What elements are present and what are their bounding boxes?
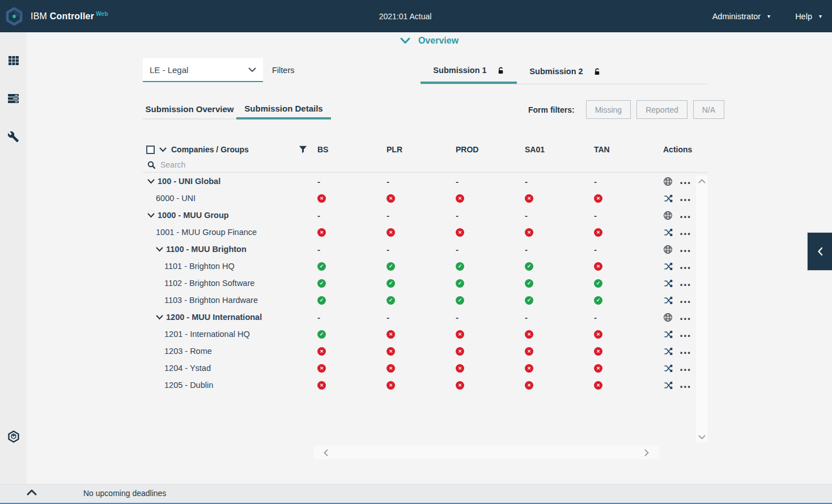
sidebar-item-maintenance[interactable] xyxy=(0,124,27,149)
globe-icon[interactable] xyxy=(663,313,673,322)
status-cell[interactable] xyxy=(375,309,444,326)
status-cell[interactable] xyxy=(444,207,513,224)
status-cell[interactable] xyxy=(583,173,652,190)
flow-icon[interactable] xyxy=(663,364,673,373)
table-row[interactable]: 1102 - Brighton Software xyxy=(143,275,707,292)
status-cell[interactable] xyxy=(306,309,375,326)
status-cell[interactable] xyxy=(583,241,652,258)
scroll-up-icon[interactable] xyxy=(698,179,706,183)
administrator-menu[interactable]: Administrator ▾ xyxy=(712,12,770,21)
status-cell[interactable] xyxy=(444,173,513,190)
table-row[interactable]: 1103 - Brighton Hardware xyxy=(143,292,707,309)
table-row[interactable]: 100 - UNI Global xyxy=(143,173,707,190)
status-cell[interactable] xyxy=(306,224,375,241)
status-cell[interactable] xyxy=(306,360,375,377)
flow-icon[interactable] xyxy=(663,194,673,203)
status-cell[interactable] xyxy=(444,224,513,241)
status-cell[interactable] xyxy=(513,275,583,292)
status-cell[interactable] xyxy=(306,207,375,224)
vertical-scrollbar[interactable] xyxy=(696,176,707,443)
table-row[interactable]: 1101 - Brighton HQ xyxy=(143,258,707,275)
status-cell[interactable] xyxy=(444,360,513,377)
scroll-right-icon[interactable] xyxy=(644,449,649,456)
table-row[interactable]: 1000 - MUU Group xyxy=(143,207,707,224)
status-cell[interactable] xyxy=(583,190,652,207)
status-cell[interactable] xyxy=(375,275,444,292)
globe-icon[interactable] xyxy=(663,177,673,186)
status-cell[interactable] xyxy=(306,173,375,190)
tab-submission-details[interactable]: Submission Details xyxy=(236,99,331,119)
sidebar-item-journals[interactable] xyxy=(0,86,27,111)
status-cell[interactable] xyxy=(513,360,583,377)
scroll-down-icon[interactable] xyxy=(698,435,706,439)
status-cell[interactable] xyxy=(306,377,375,394)
status-cell[interactable] xyxy=(375,326,444,343)
status-cell[interactable] xyxy=(583,326,652,343)
status-cell[interactable] xyxy=(444,343,513,360)
status-cell[interactable] xyxy=(513,343,583,360)
status-cell[interactable] xyxy=(583,224,652,241)
collapse-panel-button[interactable] xyxy=(807,232,832,271)
table-row[interactable]: 1204 - Ystad xyxy=(143,360,707,377)
row-overflow-menu[interactable]: ••• xyxy=(680,213,691,221)
status-cell[interactable] xyxy=(583,343,652,360)
status-cell[interactable] xyxy=(306,326,375,343)
status-cell[interactable] xyxy=(583,275,652,292)
status-cell[interactable] xyxy=(444,292,513,309)
status-cell[interactable] xyxy=(444,377,513,394)
status-cell[interactable] xyxy=(444,275,513,292)
flow-icon[interactable] xyxy=(663,228,673,237)
help-menu[interactable]: Help ▾ xyxy=(795,12,822,21)
column-header-plr[interactable]: PLR xyxy=(375,145,444,154)
chevron-down-icon[interactable] xyxy=(156,315,163,320)
structure-select[interactable]: LE - Legal xyxy=(143,58,263,82)
status-cell[interactable] xyxy=(583,292,652,309)
table-row[interactable]: 6000 - UNI xyxy=(143,190,707,207)
status-cell[interactable] xyxy=(375,207,444,224)
status-cell[interactable] xyxy=(375,224,444,241)
chevron-up-icon[interactable] xyxy=(27,489,37,496)
search-input[interactable] xyxy=(159,160,286,170)
select-all-checkbox[interactable] xyxy=(146,146,155,154)
table-row[interactable]: 1205 - Dublin xyxy=(143,377,707,394)
status-cell[interactable] xyxy=(444,326,513,343)
flow-icon[interactable] xyxy=(663,381,673,390)
row-overflow-menu[interactable]: ••• xyxy=(680,179,691,187)
status-cell[interactable] xyxy=(513,190,583,207)
table-row[interactable]: 1200 - MUU International xyxy=(143,309,707,326)
flow-icon[interactable] xyxy=(663,296,673,305)
globe-icon[interactable] xyxy=(663,211,673,220)
status-cell[interactable] xyxy=(444,190,513,207)
status-cell[interactable] xyxy=(513,224,583,241)
chevron-down-icon[interactable] xyxy=(147,179,155,184)
status-cell[interactable] xyxy=(306,258,375,275)
table-row[interactable]: 1203 - Rome xyxy=(143,343,707,360)
column-header-sa01[interactable]: SA01 xyxy=(513,145,583,154)
status-cell[interactable] xyxy=(444,258,513,275)
tab-submission-overview[interactable]: Submission Overview xyxy=(143,99,236,119)
status-cell[interactable] xyxy=(375,343,444,360)
status-cell[interactable] xyxy=(513,326,583,343)
column-header-bs[interactable]: BS xyxy=(306,145,375,154)
column-header-tan[interactable]: TAN xyxy=(583,145,652,154)
status-cell[interactable] xyxy=(583,207,652,224)
status-cell[interactable] xyxy=(513,292,583,309)
flow-icon[interactable] xyxy=(663,279,673,288)
status-cell[interactable] xyxy=(583,360,652,377)
status-cell[interactable] xyxy=(306,275,375,292)
status-cell[interactable] xyxy=(513,258,583,275)
row-overflow-menu[interactable]: ••• xyxy=(680,196,691,204)
table-row[interactable]: 1201 - International HQ xyxy=(143,326,707,343)
status-cell[interactable] xyxy=(375,377,444,394)
row-overflow-menu[interactable]: ••• xyxy=(680,366,691,374)
status-cell[interactable] xyxy=(375,190,444,207)
row-overflow-menu[interactable]: ••• xyxy=(680,298,691,306)
row-overflow-menu[interactable]: ••• xyxy=(680,281,691,289)
chevron-down-icon[interactable] xyxy=(147,213,155,218)
tab-submission-1[interactable]: Submission 1 xyxy=(421,59,517,84)
status-cell[interactable] xyxy=(513,309,583,326)
tab-submission-2[interactable]: Submission 2 xyxy=(517,59,613,84)
status-cell[interactable] xyxy=(583,377,652,394)
flow-icon[interactable] xyxy=(663,347,673,356)
status-cell[interactable] xyxy=(444,241,513,258)
